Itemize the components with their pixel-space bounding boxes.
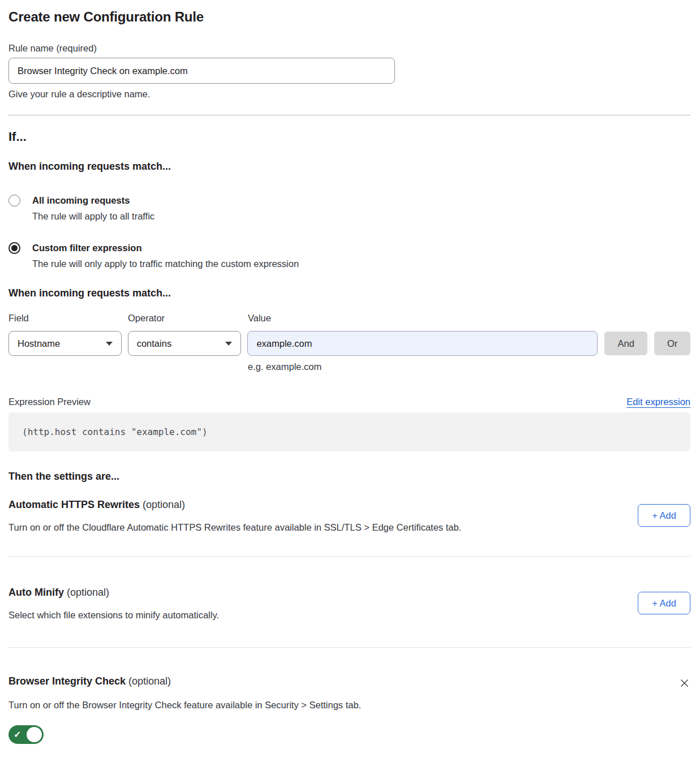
rule-name-label: Rule name (required) <box>8 42 690 54</box>
value-column-label: Value <box>248 312 599 324</box>
radio-option-all-incoming-requests[interactable]: All incoming requests The rule will appl… <box>8 194 690 222</box>
value-input[interactable] <box>247 331 598 356</box>
radio-option-custom-filter-expression[interactable]: Custom filter expression The rule will o… <box>8 242 690 270</box>
setting-divider <box>8 647 690 648</box>
chevron-down-icon <box>106 342 113 346</box>
expression-preview-header: Expression Preview Edit expression <box>8 397 690 407</box>
expression-code-text: (http.host contains "example.com") <box>22 427 208 437</box>
radio-option-label: All incoming requests <box>32 194 154 206</box>
or-button[interactable]: Or <box>654 332 690 355</box>
rule-name-help: Give your rule a descriptive name. <box>8 88 690 100</box>
expression-builder-row: Hostname contains And Or <box>8 331 690 356</box>
rule-name-input[interactable] <box>8 58 395 84</box>
add-automatic-https-rewrites-button[interactable]: + Add <box>638 504 690 527</box>
close-icon[interactable] <box>678 677 690 689</box>
section-divider <box>8 115 690 115</box>
expression-preview-label: Expression Preview <box>8 397 91 407</box>
radio-option-label: Custom filter expression <box>32 242 299 254</box>
setting-optional-tag: (optional) <box>126 675 171 687</box>
setting-description: Turn on or off the Browser Integrity Che… <box>8 699 690 711</box>
setting-title: Automatic HTTPS Rewrites <box>8 499 140 510</box>
rule-name-group: Rule name (required) Give your rule a de… <box>8 42 690 100</box>
value-help-text: e.g. example.com <box>248 360 690 373</box>
if-heading: If... <box>8 130 690 144</box>
operator-select[interactable]: contains <box>128 331 242 356</box>
field-select[interactable]: Hostname <box>8 331 122 356</box>
radio-option-description: The rule will apply to all traffic <box>32 210 154 222</box>
expression-preview-code: (http.host contains "example.com") <box>8 412 690 451</box>
operator-column-label: Operator <box>128 312 242 324</box>
radio-selected-icon[interactable] <box>8 242 20 254</box>
settings-heading: Then the settings are... <box>8 471 690 483</box>
radio-option-description: The rule will only apply to traffic matc… <box>32 257 299 270</box>
setting-optional-tag: (optional) <box>64 587 109 598</box>
browser-integrity-check-toggle[interactable]: ✓ <box>8 725 44 744</box>
setting-description: Turn on or off the Cloudflare Automatic … <box>8 521 461 533</box>
setting-text: Browser Integrity Check (optional) Turn … <box>8 675 690 746</box>
expression-builder-labels: Field Operator Value <box>8 312 690 324</box>
field-select-value: Hostname <box>18 338 60 349</box>
setting-browser-integrity-check: Browser Integrity Check (optional) Turn … <box>8 675 690 746</box>
checkmark-icon: ✓ <box>14 730 21 739</box>
setting-auto-minify: Auto Minify (optional) Select which file… <box>8 586 690 621</box>
setting-title: Auto Minify <box>8 587 64 598</box>
field-column-label: Field <box>8 312 122 324</box>
setting-text: Auto Minify (optional) Select which file… <box>8 586 219 621</box>
toggle-knob <box>27 727 42 742</box>
page-title: Create new Configuration Rule <box>8 9 690 25</box>
chevron-down-icon <box>225 342 232 346</box>
match-heading-2: When incoming requests match... <box>8 287 690 299</box>
radio-option-text: All incoming requests The rule will appl… <box>32 194 154 222</box>
setting-text: Automatic HTTPS Rewrites (optional) Turn… <box>8 498 461 533</box>
operator-select-value: contains <box>137 338 171 349</box>
setting-automatic-https-rewrites: Automatic HTTPS Rewrites (optional) Turn… <box>8 498 690 533</box>
setting-optional-tag: (optional) <box>140 499 185 510</box>
setting-title: Browser Integrity Check <box>8 675 126 687</box>
and-button[interactable]: And <box>604 332 647 355</box>
setting-divider <box>8 556 690 557</box>
edit-expression-link[interactable]: Edit expression <box>626 397 690 407</box>
match-heading-1: When incoming requests match... <box>8 161 690 173</box>
radio-icon[interactable] <box>8 195 20 206</box>
setting-description: Select which file extensions to minify a… <box>8 609 219 621</box>
add-auto-minify-button[interactable]: + Add <box>638 592 690 614</box>
radio-option-text: Custom filter expression The rule will o… <box>32 242 299 270</box>
